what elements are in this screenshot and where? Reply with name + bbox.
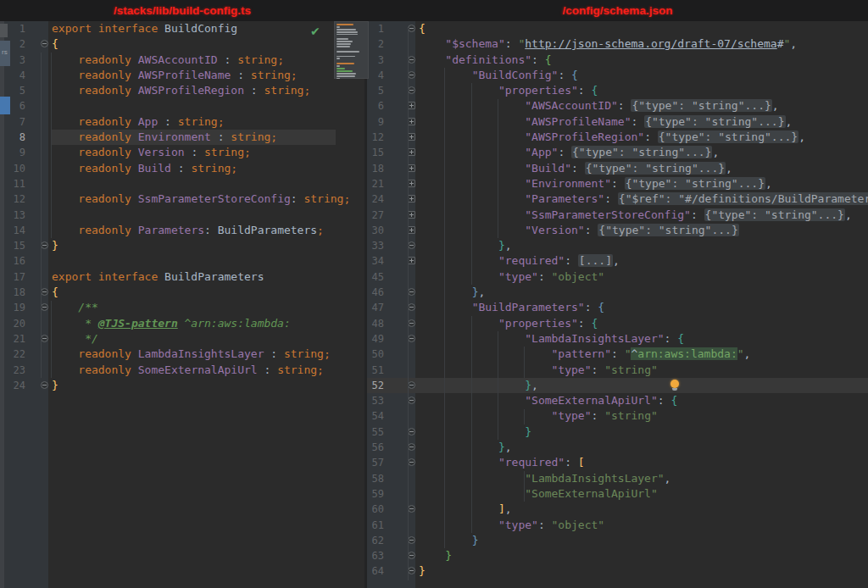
line-number[interactable]: 12 xyxy=(367,130,389,145)
code-line[interactable]: 21 "Environment": {"type": "string"...}, xyxy=(367,176,868,191)
code-line[interactable]: 57 "required": [ xyxy=(367,455,868,470)
line-number[interactable]: 2 xyxy=(367,36,389,52)
line-number[interactable]: 46 xyxy=(367,285,389,300)
fold-start-icon[interactable] xyxy=(41,40,48,47)
code-line[interactable]: 47 "BuildParameters": { xyxy=(367,300,868,315)
fold-gutter[interactable] xyxy=(389,533,419,548)
code-text[interactable]: "AWSAccountID": {"type": "string"...}, xyxy=(419,98,868,114)
code-text[interactable]: export interface BuildParameters xyxy=(52,269,336,285)
fold-gutter[interactable] xyxy=(389,347,419,362)
code-line[interactable]: 12 readonly SsmParameterStoreConfig: str… xyxy=(0,191,364,207)
line-number[interactable]: 14 xyxy=(0,223,31,238)
code-line[interactable]: 23 readonly SomeExternalApiUrl : string; xyxy=(0,363,364,378)
code-line[interactable]: 2 "$schema": "http://json-schema.org/dra… xyxy=(367,36,868,52)
fold-gutter[interactable] xyxy=(389,269,419,285)
code-line[interactable]: 21 */ xyxy=(0,331,364,347)
fold-start-icon[interactable] xyxy=(41,303,48,311)
tool-window-button[interactable]: rs xyxy=(0,41,10,66)
fold-gutter[interactable] xyxy=(389,486,419,502)
code-line[interactable]: 53 "SomeExternalApiUrl": { xyxy=(367,393,868,408)
fold-gutter[interactable] xyxy=(389,161,419,176)
editor-pane-typescript[interactable]: rs 1export interface BuildConfig2{3 read… xyxy=(0,21,364,588)
fold-end-icon[interactable] xyxy=(408,288,415,296)
code-text[interactable]: } xyxy=(419,533,868,548)
code-line[interactable]: 48 "properties": { xyxy=(367,316,868,331)
code-text[interactable]: "required": [ xyxy=(419,455,868,470)
stripe-selection-marker[interactable] xyxy=(0,97,10,114)
code-line[interactable]: 30 "Version": {"type": "string"...} xyxy=(367,223,868,238)
fold-gutter[interactable] xyxy=(389,408,419,424)
line-number[interactable]: 1 xyxy=(367,21,389,36)
fold-gutter[interactable] xyxy=(389,208,419,223)
fold-gutter[interactable] xyxy=(389,300,419,315)
code-line[interactable]: 6 "AWSAccountID": {"type": "string"...}, xyxy=(367,98,868,114)
intention-lightbulb-icon[interactable] xyxy=(670,380,680,391)
code-line[interactable]: 24} xyxy=(0,378,364,393)
code-line[interactable]: 20 * @TJS-pattern ^arn:aws:lambda: xyxy=(0,316,364,331)
code-text[interactable]: "properties": { xyxy=(419,83,868,98)
fold-gutter[interactable] xyxy=(389,455,419,470)
fold-plus-icon[interactable] xyxy=(408,148,415,156)
line-number[interactable]: 47 xyxy=(367,300,389,315)
editor-pane-json[interactable]: 1{2 "$schema": "http://json-schema.org/d… xyxy=(367,21,868,588)
code-text[interactable]: { xyxy=(52,285,336,300)
line-number[interactable]: 6 xyxy=(367,98,389,114)
fold-gutter[interactable] xyxy=(389,130,419,145)
line-number[interactable]: 57 xyxy=(367,455,389,470)
line-number[interactable]: 20 xyxy=(0,316,31,331)
code-text[interactable]: "SomeExternalApiUrl": { xyxy=(419,393,868,408)
fold-gutter[interactable] xyxy=(389,548,419,563)
fold-gutter[interactable] xyxy=(389,21,419,36)
fold-end-icon[interactable] xyxy=(41,381,48,389)
line-number[interactable]: 62 xyxy=(367,533,389,548)
line-number[interactable]: 5 xyxy=(367,83,389,98)
code-text[interactable]: "type": "string" xyxy=(419,408,868,424)
code-text[interactable]: readonly AWSAccountID : string; xyxy=(52,53,336,68)
fold-gutter[interactable] xyxy=(389,68,419,83)
code-text[interactable]: readonly Environment : string; xyxy=(52,130,336,145)
fold-gutter[interactable] xyxy=(389,176,419,191)
fold-gutter[interactable] xyxy=(31,21,52,36)
line-number[interactable]: 9 xyxy=(0,145,31,160)
code-line[interactable]: 13 xyxy=(0,208,364,223)
code-line[interactable]: 17export interface BuildParameters xyxy=(0,269,364,285)
line-number[interactable]: 18 xyxy=(0,285,31,300)
code-text[interactable]: }, xyxy=(419,378,868,393)
code-text[interactable]: }, xyxy=(419,285,868,300)
code-text[interactable]: } xyxy=(52,378,336,393)
fold-gutter[interactable] xyxy=(389,98,419,114)
code-text[interactable]: "BuildParameters": { xyxy=(419,300,868,315)
line-number[interactable]: 8 xyxy=(0,130,31,145)
fold-end-icon[interactable] xyxy=(41,335,48,342)
fold-end-icon[interactable] xyxy=(408,552,415,559)
fold-plus-icon[interactable] xyxy=(408,133,415,141)
fold-gutter[interactable] xyxy=(389,36,419,52)
fold-gutter[interactable] xyxy=(389,331,419,347)
code-text[interactable]: /** xyxy=(52,300,336,315)
code-line[interactable]: 64} xyxy=(367,563,868,579)
fold-gutter[interactable] xyxy=(389,363,419,378)
line-number[interactable]: 22 xyxy=(0,347,31,362)
fold-start-icon[interactable] xyxy=(41,288,48,296)
code-line[interactable]: 34 "required": [...], xyxy=(367,253,868,269)
code-text[interactable]: } xyxy=(419,424,868,440)
line-number[interactable]: 55 xyxy=(367,424,389,440)
code-text[interactable]: readonly AWSProfileName : string; xyxy=(52,68,336,83)
line-number[interactable]: 4 xyxy=(367,68,389,83)
code-text[interactable]: "Version": {"type": "string"...} xyxy=(419,223,868,238)
code-text[interactable]: */ xyxy=(52,331,336,347)
fold-gutter[interactable] xyxy=(389,440,419,455)
fold-start-icon[interactable] xyxy=(408,25,415,32)
line-number[interactable]: 17 xyxy=(0,269,31,285)
line-number[interactable]: 9 xyxy=(367,114,389,130)
code-text[interactable]: "AWSProfileRegion": {"type": "string"...… xyxy=(419,130,868,145)
fold-plus-icon[interactable] xyxy=(408,195,415,202)
code-text[interactable] xyxy=(52,208,336,223)
code-text[interactable]: "type": "string" xyxy=(419,363,868,378)
code-line[interactable]: 56 }, xyxy=(367,440,868,455)
fold-plus-icon[interactable] xyxy=(408,226,415,234)
line-number[interactable]: 11 xyxy=(0,176,31,191)
fold-end-icon[interactable] xyxy=(41,241,48,249)
code-text[interactable]: "$schema": "http://json-schema.org/draft… xyxy=(419,36,868,52)
fold-end-icon[interactable] xyxy=(408,381,415,389)
